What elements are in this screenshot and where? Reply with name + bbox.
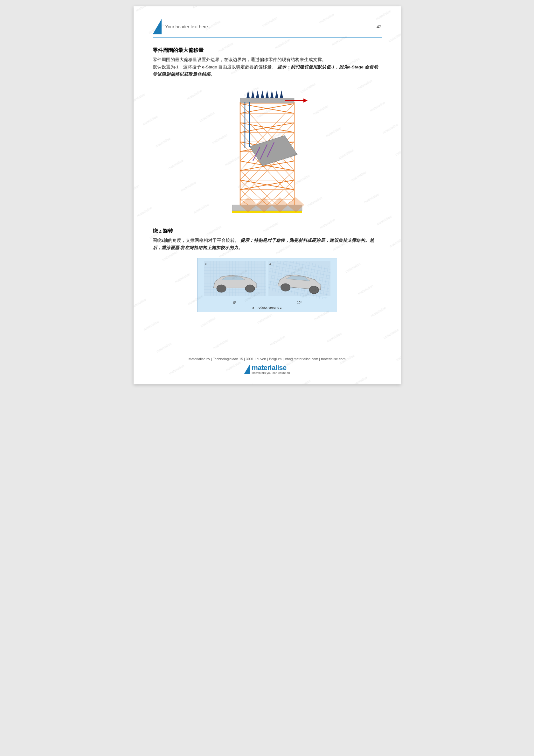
- panel-0deg-label: 0°: [204, 301, 266, 305]
- footer-tagline: innovators you can count on: [252, 372, 290, 375]
- page-number: 42: [377, 24, 382, 29]
- section2-body: 围绕z轴的角度，支撑网格相对于平台旋转。 提示：特别是对于粘性，陶瓷材料或硬涂层…: [153, 237, 382, 252]
- header-left: Your header text here: [153, 19, 208, 34]
- rotation-panels: a 0°: [200, 261, 334, 305]
- section1-body: 零件周围的最大偏移量设置外边界，在该边界内，通过偏移零件的现有结构来生成支撑。 …: [153, 56, 382, 78]
- document-page: materialise Your header text here 42 零件周…: [134, 6, 401, 384]
- svg-text:a: a: [269, 262, 271, 265]
- section1-para1: 零件周围的最大偏移量设置外边界，在该边界内，通过偏移零件的现有结构来生成支撑。: [153, 57, 326, 62]
- section1-para2-normal: 默认设置为-1，这将授予 e-Stage 自由度以确定必要的偏移量。: [153, 65, 276, 69]
- page-header: Your header text here 42: [153, 19, 382, 38]
- footer-contact: Materialise nv | Technologielaan 15 | 30…: [189, 357, 346, 361]
- section-z-rotation: 绕 z 旋转 围绕z轴的角度，支撑网格相对于平台旋转。 提示：特别是对于粘性，陶…: [153, 228, 382, 252]
- svg-point-98: [217, 285, 226, 292]
- panel-10deg-label: 10°: [268, 301, 331, 305]
- support-structure-image: [223, 85, 312, 218]
- section2-z-bold: z: [162, 238, 164, 243]
- rotation-panel-0deg-svg: a: [204, 261, 266, 299]
- support-structure-image-container: [153, 85, 382, 218]
- logo-triangle-icon: [153, 19, 162, 34]
- section2-tip: 提示：特别是对于粘性，陶瓷材料或硬涂层，建议旋转支撑结构。然后，重涂覆器 将在网…: [153, 238, 374, 250]
- section1-title: 零件周围的最大偏移量: [153, 47, 382, 54]
- svg-point-99: [245, 285, 255, 292]
- rotation-panel-10deg-svg: a: [268, 261, 331, 299]
- svg-text:a: a: [205, 262, 206, 265]
- footer-logo: materialise innovators you can count on: [244, 364, 290, 375]
- footer-brand-name: materialise: [252, 364, 290, 372]
- rotation-image: a 0°: [197, 258, 337, 312]
- rotation-panel-0deg: a 0°: [204, 261, 266, 305]
- rotation-panel-10deg: a 10°: [268, 261, 331, 305]
- footer-logo-text: materialise innovators you can count on: [252, 364, 290, 375]
- header-text: Your header text here: [165, 24, 208, 29]
- section-max-offset: 零件周围的最大偏移量 零件周围的最大偏移量设置外边界，在该边界内，通过偏移零件的…: [153, 47, 382, 78]
- support-svg: [223, 85, 312, 218]
- footer-logo-triangle-icon: [244, 364, 250, 374]
- rotation-caption: a = rotation around z: [200, 306, 334, 309]
- page-footer: Materialise nv | Technologielaan 15 | 30…: [134, 357, 401, 375]
- section2-title: 绕 z 旋转: [153, 228, 382, 234]
- rotation-image-container: a 0°: [153, 258, 382, 312]
